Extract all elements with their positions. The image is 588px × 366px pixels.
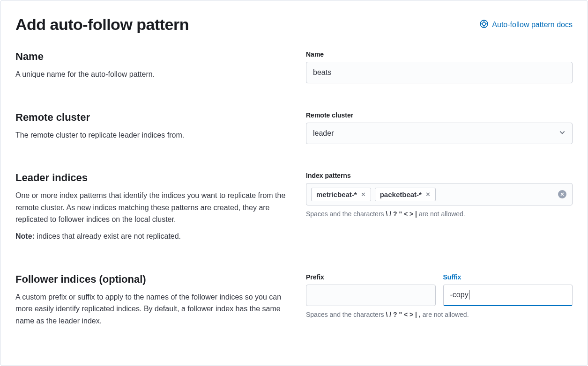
index-pattern-pill: packetbeat-* ✕ [375, 188, 436, 201]
section-remote-cluster: Remote cluster The remote cluster to rep… [15, 111, 573, 146]
section-follower-title: Follower indices (optional) [15, 273, 287, 285]
pill-label: packetbeat-* [380, 190, 422, 198]
suffix-value: -copy [450, 291, 469, 299]
section-remote-desc: The remote cluster to replicate leader i… [15, 129, 287, 141]
index-patterns-combobox[interactable]: metricbeat-* ✕ packetbeat-* ✕ [306, 183, 573, 205]
section-name-desc: A unique name for the auto-follow patter… [15, 68, 287, 81]
remote-cluster-value: leader [313, 129, 334, 138]
close-icon[interactable]: ✕ [361, 191, 366, 198]
docs-link-label: Auto-follow pattern docs [492, 21, 573, 29]
section-follower-desc: A custom prefix or suffix to apply to th… [15, 291, 287, 327]
svg-point-1 [483, 22, 486, 25]
suffix-field-label: Suffix [443, 273, 573, 281]
page-title: Add auto-follow pattern [15, 15, 189, 34]
chevron-down-icon [559, 129, 566, 138]
section-leader-title: Leader indices [15, 172, 287, 184]
index-patterns-field-label: Index patterns [306, 172, 573, 179]
docs-link[interactable]: Auto-follow pattern docs [480, 20, 573, 30]
suffix-input[interactable]: -copy [443, 285, 573, 306]
follower-help: Spaces and the characters \ / ? " < > | … [306, 311, 573, 318]
prefix-input[interactable] [306, 285, 436, 306]
index-pattern-pill: metricbeat-* ✕ [311, 188, 371, 201]
section-name: Name A unique name for the auto-follow p… [15, 51, 573, 85]
remote-cluster-select[interactable]: leader [306, 123, 573, 144]
page-container: Add auto-follow pattern Auto-follow patt… [0, 0, 588, 366]
remote-cluster-field-label: Remote cluster [306, 111, 573, 119]
section-follower-indices: Follower indices (optional) A custom pre… [15, 273, 573, 332]
page-header: Add auto-follow pattern Auto-follow patt… [15, 15, 573, 34]
section-leader-note: Note: indices that already exist are not… [15, 230, 287, 242]
help-icon [480, 20, 488, 30]
pill-label: metricbeat-* [316, 190, 357, 198]
section-leader-indices: Leader indices One or more index pattern… [15, 172, 573, 247]
clear-all-button[interactable] [558, 190, 566, 198]
name-input[interactable] [306, 62, 573, 83]
note-label: Note: [15, 232, 35, 240]
section-leader-desc: One or more index patterns that identify… [15, 190, 287, 226]
prefix-field-label: Prefix [306, 273, 436, 281]
section-name-title: Name [15, 51, 287, 63]
index-patterns-help: Spaces and the characters \ / ? " < > | … [306, 210, 573, 218]
section-remote-title: Remote cluster [15, 111, 287, 124]
close-icon[interactable]: ✕ [425, 191, 431, 198]
name-field-label: Name [306, 51, 573, 58]
note-text: indices that already exist are not repli… [35, 232, 181, 240]
text-cursor [469, 290, 469, 300]
